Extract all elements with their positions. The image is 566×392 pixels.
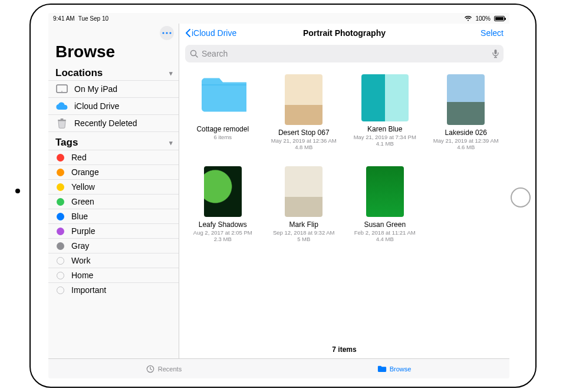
tag-dot-icon bbox=[57, 286, 64, 294]
tag-label: Green bbox=[71, 197, 94, 206]
file-meta-date: 6 items bbox=[213, 134, 232, 140]
dictation-icon[interactable] bbox=[492, 49, 499, 58]
search-placeholder: Search bbox=[202, 49, 489, 58]
file-item-lakeside-026[interactable]: Lakeside 026May 21, 2019 at 12:39 AM4.6 … bbox=[427, 74, 505, 163]
battery-icon bbox=[494, 16, 505, 21]
svg-rect-6 bbox=[61, 118, 64, 120]
screen: 9:41 AM Tue Sep 10 100% bbox=[48, 13, 509, 378]
tab-recents-label: Recents bbox=[158, 365, 182, 373]
more-button[interactable] bbox=[160, 26, 174, 40]
svg-point-2 bbox=[169, 32, 171, 34]
tag-dot-icon bbox=[57, 198, 64, 206]
file-meta-date: May 21, 2019 at 7:34 PM bbox=[354, 134, 416, 140]
file-meta-date: May 21, 2019 at 12:39 AM bbox=[433, 137, 499, 144]
file-meta-size: 4.1 MB bbox=[376, 140, 394, 147]
icloud-icon bbox=[55, 101, 68, 111]
file-item-susan-green[interactable]: Susan GreenFeb 2, 2018 at 11:21 AM4.4 MB bbox=[346, 166, 424, 255]
sidebar-title: Browse bbox=[48, 40, 179, 66]
content-area: iCloud Drive Portrait Photography Select… bbox=[179, 24, 509, 358]
sidebar-location-on-my-ipad[interactable]: On My iPad bbox=[48, 80, 179, 97]
sidebar-tag-gray[interactable]: Gray bbox=[48, 238, 179, 253]
item-count: 7 items bbox=[179, 342, 509, 358]
file-meta-size: 2.3 MB bbox=[214, 236, 232, 242]
file-item-desert-stop-067[interactable]: Desert Stop 067May 21, 2019 at 12:36 AM4… bbox=[265, 74, 343, 163]
tags-header[interactable]: Tags ▾ bbox=[48, 136, 179, 150]
tag-label: Purple bbox=[71, 226, 95, 236]
file-meta-size: 4.4 MB bbox=[376, 236, 394, 242]
search-input[interactable]: Search bbox=[185, 45, 504, 62]
location-label: On My iPad bbox=[74, 84, 117, 94]
location-label: iCloud Drive bbox=[74, 101, 119, 111]
sidebar-tag-important[interactable]: Important bbox=[48, 282, 179, 297]
file-thumbnail bbox=[285, 166, 323, 217]
file-thumbnail bbox=[204, 166, 242, 217]
ipad-frame: 9:41 AM Tue Sep 10 100% bbox=[29, 4, 537, 388]
sidebar-tag-blue[interactable]: Blue bbox=[48, 209, 179, 223]
tag-dot-icon bbox=[57, 228, 64, 235]
tab-bar: Recents Browse bbox=[48, 358, 509, 378]
file-item-leafy-shadows[interactable]: Leafy ShadowsAug 2, 2017 at 2:05 PM2.3 M… bbox=[184, 166, 262, 255]
sidebar-location-icloud-drive[interactable]: iCloud Drive bbox=[48, 97, 179, 114]
tag-label: Work bbox=[71, 256, 90, 265]
tab-recents[interactable]: Recents bbox=[48, 359, 279, 378]
file-meta-size: 4.8 MB bbox=[295, 144, 312, 150]
tags-header-label: Tags bbox=[55, 137, 78, 149]
tag-dot-icon bbox=[57, 154, 64, 162]
file-meta-date: May 21, 2019 at 12:36 AM bbox=[271, 137, 337, 144]
file-meta-date: Aug 2, 2017 at 2:05 PM bbox=[193, 229, 252, 236]
folder-icon bbox=[199, 74, 246, 121]
tab-browse[interactable]: Browse bbox=[279, 359, 509, 378]
sidebar-tag-green[interactable]: Green bbox=[48, 194, 179, 209]
file-meta-size: 5 MB bbox=[297, 236, 310, 242]
file-grid: Cottage remodel6 itemsDesert Stop 067May… bbox=[179, 67, 509, 342]
file-name: Karen Blue bbox=[367, 125, 402, 133]
svg-point-7 bbox=[191, 51, 196, 56]
file-meta-date: Feb 2, 2018 at 11:21 AM bbox=[354, 229, 416, 236]
status-time: 9:41 AM bbox=[53, 15, 75, 22]
page-title: Portrait Photography bbox=[179, 28, 509, 38]
sidebar-tag-home[interactable]: Home bbox=[48, 268, 179, 282]
file-name: Susan Green bbox=[364, 220, 406, 229]
file-thumbnail bbox=[361, 74, 409, 121]
tag-dot-icon bbox=[57, 169, 64, 176]
locations-header[interactable]: Locations ▾ bbox=[48, 66, 179, 80]
tag-label: Home bbox=[71, 271, 93, 280]
tag-dot-icon bbox=[57, 213, 64, 220]
svg-rect-5 bbox=[58, 120, 66, 121]
tag-dot-icon bbox=[57, 242, 64, 250]
sidebar-tag-yellow[interactable]: Yellow bbox=[48, 179, 179, 194]
sidebar-tag-red[interactable]: Red bbox=[48, 150, 179, 164]
file-thumbnail bbox=[285, 74, 323, 125]
chevron-down-icon: ▾ bbox=[169, 70, 173, 77]
file-meta-size: 4.6 MB bbox=[457, 144, 475, 150]
sidebar-tag-work[interactable]: Work bbox=[48, 253, 179, 268]
file-item-mark-flip[interactable]: Mark FlipSep 12, 2018 at 9:32 AM5 MB bbox=[265, 166, 343, 255]
home-button[interactable] bbox=[511, 187, 531, 207]
tag-dot-icon bbox=[57, 272, 64, 279]
file-meta-date: Sep 12, 2018 at 9:32 AM bbox=[273, 229, 335, 236]
sidebar: Browse Locations ▾ On My iPadiCloud Driv… bbox=[48, 24, 179, 358]
tag-dot-icon bbox=[57, 257, 64, 265]
battery-pct: 100% bbox=[475, 15, 491, 22]
trash-icon bbox=[55, 118, 68, 129]
file-name: Leafy Shadows bbox=[199, 220, 247, 229]
sidebar-location-recently-deleted[interactable]: Recently Deleted bbox=[48, 114, 179, 132]
file-name: Cottage remodel bbox=[196, 125, 249, 133]
file-thumbnail bbox=[447, 74, 485, 125]
file-item-karen-blue[interactable]: Karen BlueMay 21, 2019 at 7:34 PM4.1 MB bbox=[346, 74, 424, 163]
tag-label: Orange bbox=[71, 167, 99, 177]
clock-icon bbox=[146, 365, 155, 373]
folder-item-cottage-remodel[interactable]: Cottage remodel6 items bbox=[184, 74, 262, 163]
svg-point-4 bbox=[61, 91, 62, 92]
tag-label: Gray bbox=[71, 241, 89, 251]
sidebar-tag-orange[interactable]: Orange bbox=[48, 164, 179, 179]
sidebar-tag-purple[interactable]: Purple bbox=[48, 223, 179, 238]
tag-label: Important bbox=[71, 285, 106, 295]
locations-header-label: Locations bbox=[55, 67, 103, 79]
status-date: Tue Sep 10 bbox=[78, 15, 108, 22]
status-bar: 9:41 AM Tue Sep 10 100% bbox=[48, 13, 509, 24]
svg-line-8 bbox=[196, 55, 198, 57]
svg-point-1 bbox=[166, 32, 167, 34]
file-name: Mark Flip bbox=[289, 220, 318, 229]
ipad-icon bbox=[55, 84, 68, 94]
